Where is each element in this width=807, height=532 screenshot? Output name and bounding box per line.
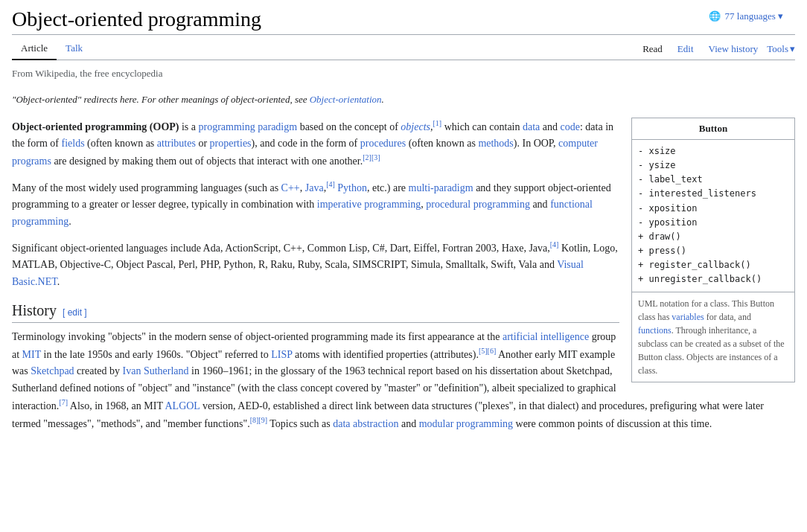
- mit-link[interactable]: MIT: [22, 349, 41, 360]
- ivan-link[interactable]: Ivan Sutherland: [123, 365, 189, 376]
- tab-talk[interactable]: Talk: [57, 38, 92, 60]
- infobox-field: - yposition: [638, 216, 788, 230]
- imperative-link[interactable]: imperative programming: [317, 199, 421, 210]
- infobox-method: + press(): [638, 244, 788, 258]
- procedural-link[interactable]: procedural programming: [426, 199, 530, 210]
- infobox-method: + draw(): [638, 230, 788, 244]
- infobox-field: - label_text: [638, 173, 788, 187]
- data-abstraction-link[interactable]: data abstraction: [333, 418, 398, 429]
- tabs-bar: Article Talk Read Edit View history Tool…: [12, 35, 795, 60]
- infobox-field: - ysize: [638, 158, 788, 173]
- java-link[interactable]: Java: [305, 182, 324, 193]
- tab-view-history[interactable]: View history: [703, 39, 765, 60]
- history-edit-link[interactable]: [ edit ]: [63, 307, 87, 318]
- tools-dropdown[interactable]: Tools ▾: [767, 43, 795, 55]
- lisp-link[interactable]: LISP: [271, 349, 292, 360]
- ref-56[interactable]: [5][6]: [479, 347, 496, 355]
- infobox-method: + register_callback(): [638, 258, 788, 272]
- tab-read[interactable]: Read: [637, 39, 669, 60]
- languages-link[interactable]: 77 languages ▾: [725, 10, 783, 22]
- algol-link[interactable]: ALGOL: [165, 400, 200, 411]
- programming-paradigm-link[interactable]: programming paradigm: [199, 121, 298, 132]
- properties-link[interactable]: properties: [210, 138, 252, 149]
- redirect-note: "Object-oriented" redirects here. For ot…: [12, 91, 795, 109]
- procedures-link[interactable]: procedures: [360, 138, 406, 149]
- variables-link[interactable]: variables: [672, 312, 704, 322]
- infobox-title: Button: [632, 118, 794, 140]
- object-orientation-link[interactable]: Object-orientation: [310, 94, 382, 105]
- from-wikipedia: From Wikipedia, the free encyclopedia: [12, 66, 795, 82]
- translate-icon: 🌐: [709, 10, 721, 22]
- infobox: Button - xsize - ysize - label_text - in…: [631, 118, 795, 382]
- ref-89[interactable]: [8][9]: [250, 416, 267, 424]
- python-link[interactable]: Python: [337, 182, 367, 193]
- infobox-field: - xsize: [638, 144, 788, 158]
- tabs-right: Read Edit View history Tools ▾: [637, 39, 795, 60]
- infobox-field: - xposition: [638, 202, 788, 216]
- modular-programming-link[interactable]: modular programming: [419, 418, 513, 429]
- ref-4b[interactable]: [4]: [550, 240, 559, 249]
- oop-abbr: (OOP): [150, 121, 179, 132]
- oop-bold: Object-oriented programming: [12, 121, 147, 132]
- ref-23[interactable]: [2][3]: [363, 153, 380, 161]
- ai-link[interactable]: artificial intelligence: [503, 331, 589, 342]
- functions-link[interactable]: functions: [638, 325, 672, 336]
- ref-4a[interactable]: [4]: [326, 180, 335, 188]
- multi-paradigm-link[interactable]: multi-paradigm: [409, 182, 473, 193]
- cpp-link[interactable]: C++: [281, 182, 300, 193]
- ref-7[interactable]: [7]: [59, 398, 68, 406]
- sketchpad-link[interactable]: Sketchpad: [31, 365, 74, 376]
- infobox-field: - interested_listeners: [638, 187, 788, 201]
- fields-link[interactable]: fields: [61, 138, 84, 149]
- tab-article[interactable]: Article: [12, 38, 57, 60]
- vbnet-link[interactable]: Visual Basic.NET: [12, 259, 584, 286]
- infobox-method: + unregister_callback(): [638, 272, 788, 286]
- methods-link[interactable]: methods: [478, 138, 513, 149]
- data-link[interactable]: data: [523, 121, 540, 132]
- objects-link[interactable]: objects: [401, 121, 430, 132]
- code-link[interactable]: code: [561, 121, 580, 132]
- ref-1[interactable]: [1]: [433, 119, 441, 127]
- infobox-caption: UML notation for a class. This Button cl…: [632, 292, 794, 382]
- history-heading: History [ edit ]: [12, 302, 619, 323]
- page-title: Object-oriented programming: [12, 0, 795, 35]
- attributes-link[interactable]: attributes: [157, 138, 196, 149]
- tab-edit[interactable]: Edit: [672, 39, 700, 60]
- language-selector[interactable]: 🌐 77 languages ▾: [709, 10, 783, 22]
- infobox-body: - xsize - ysize - label_text - intereste…: [632, 140, 794, 292]
